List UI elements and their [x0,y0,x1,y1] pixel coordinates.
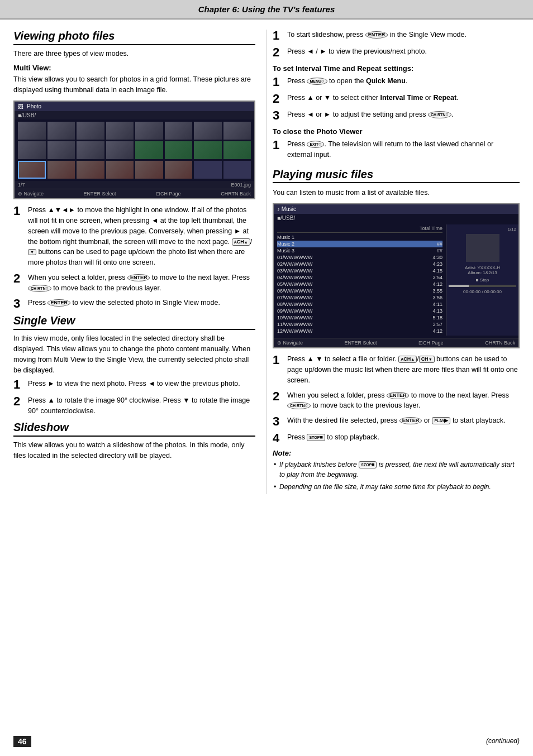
music-step-1: 1 Press ▲ ▼ to select a file or folder. … [273,354,520,385]
ss-step-number-2: 2 [273,46,283,59]
slideshow-title: Slideshow [13,421,255,437]
step-content-2: When you select a folder, press ENTER to… [28,272,255,294]
sv-step-number-1: 1 [13,379,23,391]
enter-icon-2: ENTER [47,299,70,307]
thumb-16 [223,141,251,159]
music-step-number-1: 1 [273,354,283,366]
step-number-2: 2 [13,272,23,285]
page-header: Chapter 6: Using the TV's features [0,0,533,20]
photo-icon: 🖼 [18,103,23,109]
music-nav-label: ⊕ Navigate [277,340,303,346]
thumb-14 [165,141,193,159]
chrtn-icon-int: CH RTN○ [428,111,451,118]
photo-steps-list: 1 Press ▲▼◄► to move the highlight in on… [13,205,255,310]
music-list-header: Total Time [277,226,442,233]
int-step-number-3: 3 [273,109,283,122]
music-time-header: Total Time [420,226,442,231]
step-item-2: 2 When you select a folder, press ENTER … [13,272,255,294]
step-number-1: 1 [13,205,23,217]
music-track2-time: 4:23 [432,261,442,267]
music-track3-name: 03/WWWWWW [277,268,312,274]
play-icon: PLAY▶ [432,417,450,424]
music-track1-time: 4:30 [432,255,442,260]
single-view-steps: 1 Press ► to view the next photo. Press … [13,379,255,417]
thumb-4 [106,122,134,140]
slideshow-intro: This view allows you to watch a slidesho… [13,440,255,461]
thumb-13 [135,141,163,159]
sv-step-number-2: 2 [13,395,23,408]
music-titlebar: ♪ Music [274,204,518,214]
ch-up-music-icon: ACH▲ [398,356,417,363]
music-step-number-4: 4 [273,432,283,444]
ss-step-number-1: 1 [273,30,283,42]
music-step-number-2: 2 [273,390,283,403]
sv-step-1: 1 Press ► to view the next photo. Press … [13,379,255,391]
music-track4-name: 04/WWWWWW [277,275,312,280]
music-track9-time: 4:13 [432,308,442,314]
note-section: Note: If playback finishes before STOP■ … [273,449,520,492]
sv-step-content-1: Press ► to view the next photo. Press ◄ … [28,379,255,389]
music-item-1: 01/WWWWWW 4:30 [277,254,442,261]
stop-icon: STOP■ [307,434,325,441]
music-folder1-name: Music 1 [277,235,294,240]
sv-step-content-2: Press ▲ to rotate the image 90° clockwis… [28,395,255,417]
music-track3-time: 4:15 [432,268,442,274]
music-item-folder3: Music 3 ## [277,247,442,254]
close-steps-list: 1 Press EXIT○. The television will retur… [273,139,520,160]
thumb-15 [194,141,222,159]
ch-down-icon: ▼ [28,249,36,255]
nav-label: ⊕ Navigate [18,191,44,197]
ch-page-label: ⊡CH Page [156,191,181,197]
tv-filename: E001.jpg [231,182,251,188]
music-progress-bar-container [449,285,516,287]
exit-icon: EXIT○ [307,141,324,148]
chapter-title: Chapter 6: Using the TV's features [198,4,335,14]
thumb-18 [47,161,75,179]
page-container: Chapter 6: Using the TV's features Viewi… [0,0,533,756]
int-step-content-1: Press MENU○ to open the Quick Menu. [287,76,520,87]
music-content-area: Total Time Music 1 Music 2 ## Music 3 [274,222,518,338]
content-area: Viewing photo files There are three type… [0,20,533,504]
music-item-6: 06/WWWWWW 3:55 [277,288,442,294]
music-step-4: 4 Press STOP■ to stop playback. [273,432,520,444]
music-step-content-2: When you select a folder, press ENTER to… [287,390,520,412]
music-item-4: 04/WWWWWW 3:54 [277,274,442,281]
int-step-number-1: 1 [273,76,283,88]
thumb-12 [106,141,134,159]
tv-title: Photo [27,103,41,109]
int-step-number-2: 2 [273,93,283,105]
music-track6-name: 06/WWWWWW [277,288,312,294]
music-title: Playing music files [273,168,520,183]
music-album-art [466,234,499,262]
music-step-number-3: 3 [273,415,283,428]
ss-step-content-1: To start slideshow, press ENTER in the S… [287,30,520,40]
continued-text: (continued) [486,737,520,745]
thumb-3 [77,122,104,140]
note-item-1: If playback finishes before STOP■ is pre… [273,460,520,480]
music-title-label: Music [282,206,296,212]
thumb-5 [135,122,163,140]
chrtn-icon: CH RTN○ [28,285,51,292]
thumb-9 [18,141,46,159]
ss-step-2: 2 Press ◄ / ► to view the previous/next … [273,46,520,59]
music-item-7: 07/WWWWWW 3:56 [277,294,442,301]
music-track9-name: 09/WWWWWW [277,308,312,314]
music-panel: 1/12 Artist: YXXXXX-H Album: 1&2/13 ■ St… [446,224,518,336]
music-track1-name: 01/WWWWWW [277,255,312,260]
music-step-content-4: Press STOP■ to stop playback. [287,432,520,443]
step-content-1: Press ▲▼◄► to move the highlight in one … [28,205,255,268]
music-item-12: 12/WWWWWW 4:12 [277,328,442,334]
tv-path: ■/USB/ [15,111,254,119]
music-enter-label: ENTER Select [345,340,377,346]
thumb-1 [18,122,46,140]
sv-step-2: 2 Press ▲ to rotate the image 90° clockw… [13,395,255,417]
music-list: Total Time Music 1 Music 2 ## Music 3 [274,224,446,336]
stop-icon-note: STOP■ [359,461,377,468]
music-icon: ♪ [277,206,280,212]
note-title: Note: [273,449,520,457]
music-track7-name: 07/WWWWWW [277,295,312,300]
music-step-content-3: With the desired file selected, press EN… [287,415,520,426]
music-name-header [277,226,420,231]
enter-icon-music2: ENTER [399,417,422,424]
music-time-display: 00:00:00 / 00:00:00 [463,289,502,294]
